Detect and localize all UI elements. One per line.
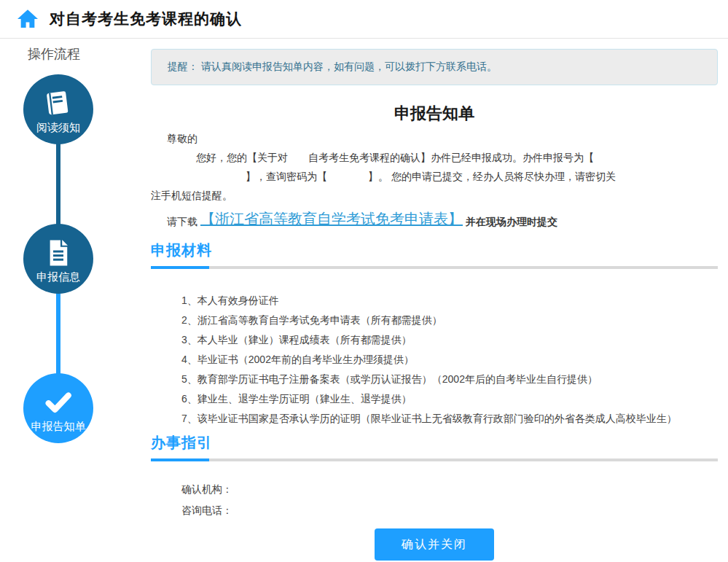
flow-title: 操作流程 [28, 45, 80, 63]
list-item: 3、本人毕业（肄业）课程成绩表（所有都需提供） [181, 330, 718, 350]
reminder-banner: 提醒： 请认真阅读申报告知单内容，如有问题，可以拨打下方联系电话。 [151, 49, 718, 85]
check-icon [42, 386, 75, 418]
download-line: 请下载 【浙江省高等教育自学考试免考申请表】 并在现场办理时提交 [167, 209, 718, 229]
materials-list: 1、本人有效身份证件 2、浙江省高等教育自学考试免考申请表（所有都需提供） 3、… [181, 291, 718, 429]
list-item: 6、肄业生、退学生学历证明（肄业生、退学提供） [181, 389, 718, 409]
list-item: 5、教育部学历证书电子注册备案表（或学历认证报告）（2002年后的自考毕业生自行… [181, 370, 718, 389]
page: 对自考考生免考课程的确认 操作流程 阅读须知 [0, 0, 728, 562]
consult-phone-label: 咨询电话： [181, 500, 718, 521]
download-suffix: 并在现场办理时提交 [466, 216, 557, 229]
main-content: 提醒： 请认真阅读申报告知单内容，如有问题，可以拨打下方联系电话。 申报告知单 … [151, 44, 718, 561]
page-header: 对自考考生免考课程的确认 [0, 0, 728, 39]
salutation-text: 尊敬的 [167, 129, 718, 148]
materials-heading-rule [151, 266, 718, 269]
list-item: 1、本人有效身份证件 [181, 291, 718, 311]
confirm-close-button[interactable]: 确认并关闭 [375, 528, 494, 561]
step-connector-1 [56, 142, 60, 233]
step-label: 阅读须知 [36, 121, 80, 135]
confirm-org-label: 确认机构： [181, 479, 718, 500]
home-icon[interactable] [15, 7, 42, 31]
step-application-info: 申报信息 [23, 224, 93, 294]
step-label: 申报告知单 [31, 420, 86, 434]
notice-paragraph-line1: 您好，您的【关于对 自考考生免考课程的确认】办件已经申报成功。办件申报号为【 [196, 148, 718, 167]
guide-heading: 办事指引 [151, 433, 718, 453]
guide-heading-rule [151, 458, 718, 461]
list-item: 7、该毕业证书国家是否承认学历的证明（限毕业证书上无省级教育行政部门验印的外省各… [181, 409, 718, 429]
notice-title: 申报告知单 [151, 103, 718, 125]
page-title: 对自考考生免考课程的确认 [50, 9, 242, 29]
document-icon [43, 237, 74, 269]
notice-paragraph-line2: 】，查询密码为【 】。 您的申请已提交，经办人员将尽快办理，请密切关 [246, 167, 718, 186]
notice-paragraph-line3: 注手机短信提醒。 [151, 186, 718, 205]
book-icon [43, 87, 74, 120]
step-connector-2 [56, 292, 60, 379]
guide-block: 确认机构： 咨询电话： [151, 479, 718, 521]
list-item: 2、浙江省高等教育自学考试免考申请表（所有都需提供） [181, 311, 718, 330]
download-form-link[interactable]: 【浙江省高等教育自学考试免考申请表】 [200, 209, 463, 229]
list-item: 4、毕业证书（2002年前的自考毕业生办理须提供） [181, 350, 718, 370]
step-label: 申报信息 [36, 270, 80, 284]
download-prefix: 请下载 [167, 216, 197, 229]
step-read-notice: 阅读须知 [23, 74, 93, 144]
step-notice-sheet: 申报告知单 [23, 373, 93, 443]
materials-heading: 申报材料 [151, 241, 718, 260]
